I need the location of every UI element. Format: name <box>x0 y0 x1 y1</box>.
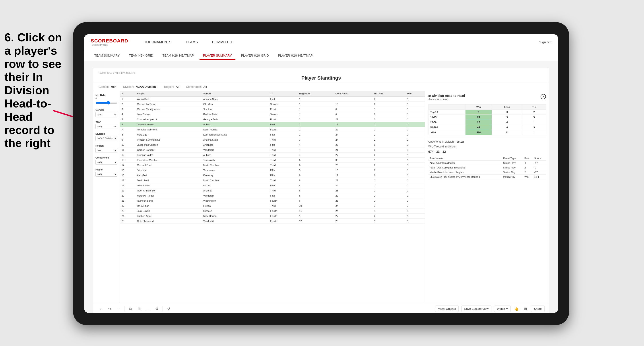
gender-select[interactable]: Men <box>96 112 117 117</box>
grid-button[interactable]: ⊞ <box>522 306 528 312</box>
cell-rds: 2 <box>372 214 405 219</box>
cell-player: Preston Summerhays <box>135 137 201 142</box>
tab-player-h2h-grid[interactable]: PLAYER H2H GRID <box>238 52 272 59</box>
table-row[interactable]: 8 Mats Ege East Tennessee State Fifth 1 … <box>120 132 425 137</box>
tournament-row[interactable]: SEC Match Play hosted by Jerry Pate Roun… <box>428 175 546 179</box>
copy-button[interactable]: ⧉ <box>127 306 133 312</box>
col-yr: Yr <box>268 91 298 96</box>
player-select[interactable]: (All) <box>96 172 117 177</box>
undo-button[interactable]: ↩ <box>98 306 104 312</box>
cell-num: 7 <box>120 127 135 132</box>
table-row[interactable]: 11 Gordon Sargent Vanderbilt Third 4 21 … <box>120 148 425 153</box>
table-row[interactable]: 23 Jack Lundin Missouri Fourth 11 24 1 1 <box>120 208 425 214</box>
cell-school: East Tennessee State <box>202 132 268 137</box>
cell-conf-rank: 30 <box>334 158 372 163</box>
tab-team-h2h-grid[interactable]: TEAM H2H GRID <box>125 52 157 59</box>
cell-school: North Carolina <box>202 178 268 183</box>
cell-num: 16 <box>120 173 135 178</box>
nav-tournaments[interactable]: TOURNAMENTS <box>142 38 174 46</box>
tournament-row[interactable]: Mirabel Maui Jim Intercollegiate Stroke … <box>428 170 546 175</box>
table-row[interactable]: 4 Luke Claton Florida State Second 1 8 2… <box>120 112 425 117</box>
table-row[interactable]: 14 Maxwell Ford North Carolina Third 6 2… <box>120 163 425 168</box>
cell-conf-rank: 17 <box>334 122 372 127</box>
h2h-col-win: Win <box>465 105 492 110</box>
table-row[interactable]: 2 Michael La Sasso Ole Miss Second 1 19 … <box>120 102 425 107</box>
table-row[interactable]: 20 Matthew Riedel Vanderbilt Fifth 8 22 … <box>120 193 425 198</box>
table-row[interactable]: 7 Nicholas Gabrelcik North Florida Fourt… <box>120 127 425 132</box>
table-header-row: # Player School Yr Reg Rank Conf Rank No… <box>120 91 425 96</box>
h2h-grid: Win Loss Tie Top 10 8 3 2 <box>428 104 546 135</box>
redo-button[interactable]: ↪ <box>106 306 113 312</box>
watch-button[interactable]: Watch ▾ <box>494 306 511 312</box>
tab-player-summary[interactable]: PLAYER SUMMARY <box>200 52 235 60</box>
cell-rds: 1 <box>372 208 405 214</box>
cell-win: 1 <box>405 188 425 193</box>
table-row[interactable]: 5 Christo Lamprecht Georgia Tech Fourth … <box>120 117 425 122</box>
cell-num: 19 <box>120 188 135 193</box>
region-select[interactable]: N/a <box>96 148 117 153</box>
cell-num: 25 <box>120 219 135 224</box>
refresh-button[interactable]: ↺ <box>166 306 172 312</box>
tournament-row[interactable]: Amer Am Intercollegiate Stroke Play 4 -1… <box>428 161 546 165</box>
table-row[interactable]: 22 Ian Gilligan Florida Third 10 24 1 1 <box>120 203 425 208</box>
view-original-button[interactable]: View: Original <box>435 306 459 312</box>
table-row[interactable]: 18 Luke Powell UCLA First 4 24 1 1 <box>120 183 425 188</box>
forward-button[interactable]: → <box>116 306 122 312</box>
table-row[interactable]: 19 Tiger Christensen Arizona Third 8 23 … <box>120 188 425 193</box>
table-row[interactable]: 24 Bastien Amat New Mexico Fourth 1 27 2… <box>120 214 425 219</box>
conference-label: Conference <box>96 156 117 159</box>
cell-num: 22 <box>120 203 135 208</box>
cell-conf-rank: 8 <box>334 112 372 117</box>
cell-player: Jackson Koivun <box>135 122 201 127</box>
table-row[interactable]: 21 Taehoon Song Washington Fourth 6 23 1… <box>120 198 425 203</box>
nav-teams[interactable]: TEAMS <box>183 38 200 46</box>
toolbar-divider-2 <box>162 306 163 312</box>
table-row[interactable]: 6 Jackson Koivun Auburn First 2 17 2 1 <box>120 122 425 127</box>
save-custom-button[interactable]: Save Custom View <box>461 306 492 312</box>
division-select[interactable]: NCAA Division I <box>96 136 117 141</box>
table-row[interactable]: 17 David Ford North Carolina Third 8 21 … <box>120 178 425 183</box>
cell-school: Texas A&M <box>202 158 268 163</box>
conference-select[interactable]: (All) <box>96 160 117 165</box>
table-row[interactable]: 25 Cole Sherwood Vanderbilt Fourth 12 23… <box>120 219 425 224</box>
cell-yr: First <box>268 96 298 102</box>
filter-region: Region: All <box>164 85 180 88</box>
table-row[interactable]: 13 Phichakun Maichon Texas A&M Third 6 3… <box>120 158 425 163</box>
rounds-slider[interactable] <box>96 101 117 105</box>
table-row[interactable]: 9 Preston Summerhays Arizona State Third… <box>120 137 425 142</box>
col-event-type: Event Type <box>502 156 523 161</box>
cell-yr: First <box>268 183 298 188</box>
filter-group-player: Player (All) <box>96 168 117 177</box>
table-row[interactable]: 15 Jake Hall Tennessee Fifth 5 18 0 1 <box>120 168 425 173</box>
dashboard-header: Update time: 27/03/2024 16:56:26 Player … <box>93 68 549 83</box>
year-select[interactable]: (All) <box>96 124 117 129</box>
sign-out-link[interactable]: Sign out <box>539 40 552 44</box>
share-button[interactable]: Share <box>531 306 544 312</box>
more-button[interactable]: … <box>145 306 151 312</box>
h2h-close-button[interactable]: × <box>540 94 546 99</box>
settings-button[interactable]: ⚙ <box>154 306 160 312</box>
h2h-panel: In Division Head-to-Head Jackson Koivun … <box>425 91 549 303</box>
cell-school: Ole Miss <box>202 102 268 107</box>
cell-num: 20 <box>120 193 135 198</box>
table-row[interactable]: 16 Alex Goff Kentucky Fifth 8 19 0 1 <box>120 173 425 178</box>
table-row[interactable]: 10 Jacob Max Obesen Arkansas Fifth 4 23 … <box>120 142 425 148</box>
h2h-title-text: In Division Head-to-Head Jackson Koivun <box>428 94 465 103</box>
thumbs-up-button[interactable]: 👍 <box>513 306 520 312</box>
cell-player: Luke Claton <box>135 112 201 117</box>
cell-conf-rank: 22 <box>334 193 372 198</box>
table-row[interactable]: 12 Brendan Valles Auburn Third 4 27 0 1 <box>120 153 425 158</box>
cell-rds: 0 <box>372 102 405 107</box>
nav-committee[interactable]: COMMITTEE <box>209 38 236 46</box>
tab-player-h2h-heatmap[interactable]: PLAYER H2H HEATMAP <box>274 52 316 59</box>
cell-reg-rank: 1 <box>298 112 334 117</box>
table-row[interactable]: 3 Michael Thorbjornsen Stanford Fourth 1… <box>120 107 425 112</box>
tab-team-summary[interactable]: TEAM SUMMARY <box>91 52 123 59</box>
col-rds: No. Rds. <box>372 91 405 96</box>
cell-school: Vanderbilt <box>202 219 268 224</box>
cell-conf-rank: 24 <box>334 132 372 137</box>
tab-team-h2h-heatmap[interactable]: TEAM H2H HEATMAP <box>159 52 197 59</box>
paste-button[interactable]: ⊞ <box>136 306 142 312</box>
tournament-row[interactable]: Fallen Oak Collegiate Invitational Strok… <box>428 165 546 170</box>
table-row[interactable]: 1 Wenyi Ding Arizona State First 1 8 1 <box>120 96 425 102</box>
